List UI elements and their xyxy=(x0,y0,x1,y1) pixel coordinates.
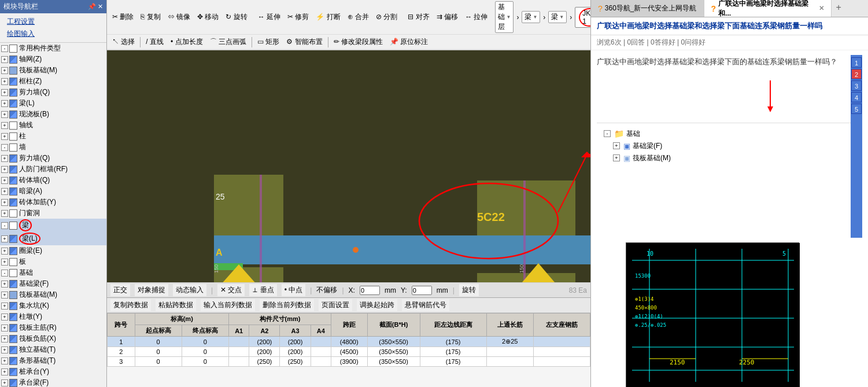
btn-smart-layout[interactable]: ⚙ 智能布置 xyxy=(283,36,325,48)
tree-item-wall-dark[interactable]: + 暗梁(A) xyxy=(0,186,106,197)
expand-common-types[interactable]: - xyxy=(1,45,8,52)
expand-jichu-fu[interactable]: + xyxy=(1,336,8,342)
row1-kuhao[interactable]: 1 xyxy=(108,337,135,347)
expand-jichu-M[interactable]: + xyxy=(1,292,8,298)
rtree-jichu-M-expand[interactable]: + xyxy=(613,154,620,161)
row2-leftsupport[interactable] xyxy=(533,347,590,357)
row1-juli[interactable]: (175) xyxy=(420,337,486,347)
row3-A4[interactable] xyxy=(311,357,331,367)
btn-page-setup[interactable]: 页面设置 xyxy=(319,299,352,311)
btn-extend[interactable]: ↔ 延伸 xyxy=(255,11,283,23)
row3-upbeam[interactable] xyxy=(486,357,533,367)
row2-jiedian[interactable]: (350×550) xyxy=(367,347,420,357)
btn-line[interactable]: / 直线 xyxy=(143,36,167,48)
expand-axis-net[interactable]: + xyxy=(1,56,8,63)
expand-jichu-tiao[interactable]: + xyxy=(1,357,8,364)
expand-jichu-Y[interactable]: + xyxy=(1,314,8,320)
tree-item-jichu-Y[interactable]: + 柱墩(Y) xyxy=(0,311,106,322)
tree-item-ban[interactable]: + 板 xyxy=(0,256,106,267)
row2-kuhao[interactable]: 2 xyxy=(108,347,135,357)
tree-item-shear-wall2[interactable]: + 剪力墙(Q) xyxy=(0,87,106,98)
expand-jichu-ct[interactable]: + xyxy=(1,379,8,386)
btn-three-arc[interactable]: ⌒ 三点画弧 xyxy=(207,36,249,48)
expand-wall[interactable]: - xyxy=(1,144,8,151)
tree-item-jichu-ct[interactable]: + 承台梁(F) xyxy=(0,377,106,387)
row2-A4[interactable] xyxy=(311,347,331,357)
sidebar-btn-3[interactable]: 3 xyxy=(851,80,862,91)
btn-dynamic[interactable]: 动态输入 xyxy=(173,284,206,296)
rtree-jichu-expand[interactable]: - xyxy=(604,130,611,137)
jkl-selector[interactable]: JKL-1 ▼ xyxy=(575,7,590,28)
row3-A3[interactable]: (250) xyxy=(280,357,311,367)
expand-frame-col[interactable]: + xyxy=(1,78,8,85)
expand-jichu-F[interactable]: + xyxy=(1,281,8,288)
btn-point-len[interactable]: • 点加长度 xyxy=(168,36,206,48)
row1-end[interactable]: 0 xyxy=(182,337,228,347)
row1-start[interactable]: 0 xyxy=(135,337,182,347)
tree-item-wall-door[interactable]: + 人防门框墙(RF) xyxy=(0,164,106,175)
expand-slab2[interactable]: + xyxy=(1,111,8,118)
expand-col[interactable]: + xyxy=(1,133,8,140)
btn-break[interactable]: ⚡ 打断 xyxy=(313,11,343,23)
row1-A1[interactable] xyxy=(228,337,249,347)
btn-input-col[interactable]: 输入当前列数据 xyxy=(201,299,255,311)
row1-upbeam[interactable]: 2⊕25 xyxy=(486,337,533,347)
row3-A2[interactable]: (250) xyxy=(249,357,280,367)
tab-glodon[interactable]: ? 广联达中画地梁时选择基础梁和... ✕ xyxy=(704,0,832,17)
project-settings-link[interactable]: 工程设置 xyxy=(5,16,102,28)
expand-beam2[interactable]: + xyxy=(1,100,8,107)
expand-liang-ring[interactable]: + xyxy=(1,248,8,255)
btn-mirror[interactable]: ⇔ 镜像 xyxy=(165,11,193,23)
tab-glodon-close[interactable]: ✕ xyxy=(819,5,824,12)
sidebar-btn-1[interactable]: 1 xyxy=(851,57,862,68)
layer-dropdown[interactable]: 基础层 ▼ xyxy=(495,1,514,33)
expand-raft-found[interactable]: + xyxy=(1,67,8,74)
expand-wall-shear[interactable]: + xyxy=(1,155,8,162)
row2-end[interactable]: 0 xyxy=(182,347,228,357)
expand-ban[interactable]: + xyxy=(1,259,8,266)
btn-stretch[interactable]: ↔ 拉伸 xyxy=(462,11,490,23)
tree-item-jichu-tai[interactable]: + 桩承台(Y) xyxy=(0,366,106,377)
tree-item-wall-shear[interactable]: + 剪力墙(Q) xyxy=(0,153,106,164)
tree-item-slab2[interactable]: + 现浇板(B) xyxy=(0,109,106,120)
btn-rotate-status[interactable]: 旋转 xyxy=(459,284,479,296)
row1-kujing[interactable]: (4800) xyxy=(331,337,367,347)
layer2-dropdown[interactable]: 梁 ▼ xyxy=(522,11,540,23)
tree-item-raft-found[interactable]: + 筏板基础(M) xyxy=(0,65,106,76)
sidebar-btn-4[interactable]: 4 xyxy=(851,92,862,102)
btn-rotate[interactable]: ↻ 旋转 xyxy=(223,11,250,23)
tree-item-jichu-F[interactable]: + 基础梁(F) xyxy=(0,278,106,289)
btn-ortho[interactable]: 正交 xyxy=(110,284,130,296)
expand-liang[interactable]: - xyxy=(1,222,8,229)
btn-modify-beam[interactable]: ✏ 修改梁段属性 xyxy=(331,36,386,48)
row2-A2[interactable]: (200) xyxy=(249,347,280,357)
btn-move[interactable]: ✥ 移动 xyxy=(194,11,221,23)
row3-juli[interactable]: (175) xyxy=(420,357,486,367)
expand-liang-L[interactable]: + xyxy=(1,235,8,242)
row1-jiedian[interactable]: (350×550) xyxy=(367,337,420,347)
tree-item-jichu-zhu[interactable]: + 筏板主筋(R) xyxy=(0,322,106,333)
tree-item-liang-ring[interactable]: + 圈梁(E) xyxy=(0,245,106,256)
btn-delete-col[interactable]: 删除当前列数据 xyxy=(260,299,314,311)
expand-wall-rib[interactable]: + xyxy=(1,199,8,206)
row1-leftsupport[interactable] xyxy=(533,337,590,347)
btn-intersection[interactable]: ✕ 交点 xyxy=(217,284,245,296)
expand-doorwin[interactable]: + xyxy=(1,210,8,217)
row2-kujing[interactable]: (4500) xyxy=(331,347,367,357)
row3-end[interactable]: 0 xyxy=(182,357,228,367)
btn-swap-span[interactable]: 调换起始跨 xyxy=(357,299,397,311)
expand-jichu-K[interactable]: + xyxy=(1,303,8,309)
expand-jichu-du[interactable]: + xyxy=(1,347,8,353)
tree-item-wall-brick[interactable]: + 砖体墙(Q) xyxy=(0,175,106,186)
tree-item-axis[interactable]: + 轴线 xyxy=(0,120,106,131)
tree-item-jichu-du[interactable]: + 独立基础(T) xyxy=(0,344,106,355)
btn-select[interactable]: ↖ 选择 xyxy=(109,36,138,48)
tree-item-common-types[interactable]: - 常用构件类型 xyxy=(0,43,106,54)
x-input[interactable] xyxy=(360,286,380,295)
expand-axis[interactable]: + xyxy=(1,122,8,129)
canvas-drawing-area[interactable]: 5C22 A 2 3 25 150 150 xyxy=(107,50,590,282)
btn-original-mark[interactable]: 📌 原位标注 xyxy=(387,36,431,48)
sidebar-btn-5[interactable]: 5 xyxy=(851,104,862,114)
tree-item-jichu-tiao[interactable]: + 条形基础(T) xyxy=(0,355,106,366)
btn-rect[interactable]: ▭ 矩形 xyxy=(254,36,282,48)
